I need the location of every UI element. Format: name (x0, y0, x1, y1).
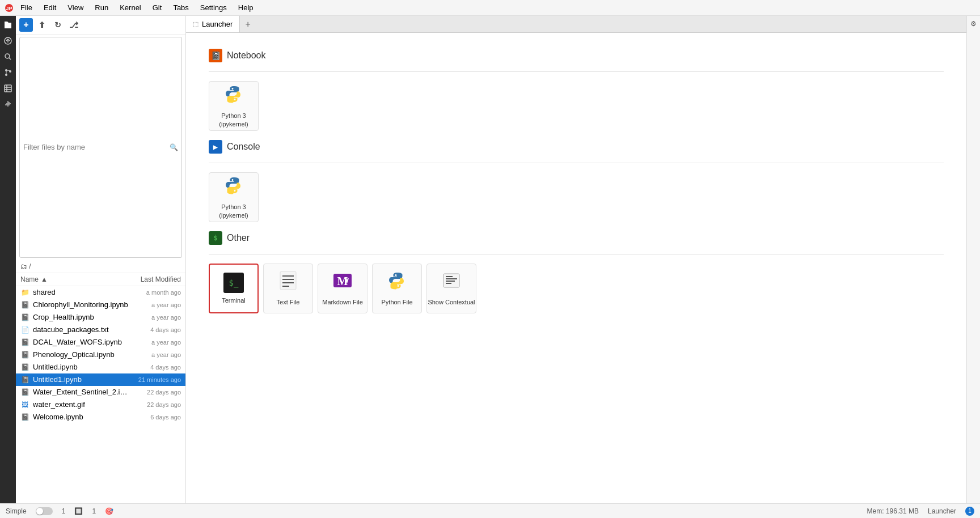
console-section-title: Console (227, 142, 260, 152)
notification-badge[interactable]: 1 (965, 507, 974, 516)
notebook-icon: 📓 (20, 363, 29, 372)
markdown-label: Markdown File (322, 298, 363, 306)
console-grid: Python 3 (ipykernel) (209, 172, 944, 222)
tab-launcher-icon: ⬚ (193, 20, 198, 28)
console-section-icon: ▶ (209, 140, 222, 154)
toggle-thumb (36, 508, 43, 515)
text-file-card[interactable]: Text File (263, 264, 313, 313)
breadcrumb-path: 🗂 / (20, 262, 31, 270)
menu-help[interactable]: Help (234, 2, 258, 13)
text-file-icon (278, 270, 298, 295)
toggle-track[interactable] (36, 507, 53, 515)
menu-settings[interactable]: Settings (196, 2, 231, 13)
file-name: Crop_Health.ipynb (33, 313, 130, 321)
header-name[interactable]: Name ▲ (20, 275, 119, 283)
sidebar-extensions-icon[interactable] (1, 97, 15, 111)
menu-file[interactable]: File (16, 2, 37, 13)
target-icon: 🎯 (105, 507, 113, 515)
menu-tabs[interactable]: Tabs (168, 2, 193, 13)
notebook-icon: 📓 (20, 350, 29, 359)
console-python3-card[interactable]: Python 3 (ipykernel) (209, 172, 259, 222)
svg-rect-18 (446, 281, 455, 282)
folder-icon: 📁 (20, 288, 29, 297)
menu-kernel[interactable]: Kernel (115, 2, 146, 13)
breadcrumb: 🗂 / (16, 260, 185, 273)
upload-button[interactable]: ⬆ (35, 18, 49, 32)
file-date: 22 days ago (130, 401, 181, 408)
new-file-button[interactable]: + (19, 18, 33, 32)
notebook-divider (209, 71, 944, 72)
file-item-dcal[interactable]: 📓 DCAL_Water_WOFS.ipynb a year ago (16, 336, 185, 349)
file-date: a year ago (130, 339, 181, 346)
tab-bar: ⬚ Launcher + (186, 16, 966, 33)
file-item-shared[interactable]: 📁 shared a month ago (16, 286, 185, 299)
python-file-card[interactable]: Python File (372, 264, 422, 313)
content-area: ⬚ Launcher + 📓 Notebook (186, 16, 966, 503)
show-contextual-card[interactable]: Show Contextual (426, 264, 476, 313)
sidebar-upload-icon[interactable] (1, 34, 15, 48)
file-name: DCAL_Water_WOFS.ipynb (33, 338, 130, 346)
mode-label: Simple (6, 507, 27, 515)
python-notebook-icon (223, 84, 244, 108)
notebook-icon: 📓 (20, 413, 29, 422)
git-button[interactable]: ⎇ (67, 18, 81, 32)
menu-view[interactable]: View (63, 2, 88, 13)
python-file-label: Python File (381, 298, 412, 306)
file-date: a month ago (130, 289, 181, 296)
mode-toggle[interactable] (36, 507, 53, 515)
file-item-welcome[interactable]: 📓 Welcome.ipynb 6 days ago (16, 411, 185, 423)
file-date: a year ago (130, 302, 181, 308)
search-box[interactable]: 🔍 (19, 37, 182, 258)
menu-run[interactable]: Run (90, 2, 113, 13)
markdown-card[interactable]: M Markdown File (318, 264, 368, 313)
header-modified[interactable]: Last Modified (119, 275, 181, 283)
tab-launcher-label: Launcher (202, 20, 233, 28)
sidebar-table-icon[interactable] (1, 82, 15, 95)
file-item-crop[interactable]: 📓 Crop_Health.ipynb a year ago (16, 311, 185, 324)
notebook-python3-card[interactable]: Python 3 (ipykernel) (209, 81, 259, 131)
tab-launcher[interactable]: ⬚ Launcher (186, 16, 240, 32)
file-item-datacube[interactable]: 📄 datacube_packages.txt 4 days ago (16, 324, 185, 336)
search-input[interactable] (23, 143, 170, 151)
statusbar: Simple 1 🔲 1 🎯 Mem: 196.31 MB Launcher 1 (0, 503, 980, 518)
file-item-phenology[interactable]: 📓 Phenology_Optical.ipynb a year ago (16, 349, 185, 361)
other-section-header: $ Other (209, 231, 944, 245)
notebook-section-icon: 📓 (209, 49, 222, 62)
sidebar-git-icon[interactable] (1, 66, 15, 79)
menubar: JP File Edit View Run Kernel Git Tabs Se… (0, 0, 980, 16)
terminal-card[interactable]: $_ Terminal (209, 264, 259, 313)
file-date: 4 days ago (130, 364, 181, 371)
gif-icon: 🖼 (20, 400, 29, 409)
menu-edit[interactable]: Edit (39, 2, 61, 13)
notebook-grid: Python 3 (ipykernel) (209, 81, 944, 131)
page-number: 1 (62, 507, 66, 515)
python-console-icon (223, 175, 244, 199)
menu-git[interactable]: Git (148, 2, 167, 13)
file-item-water-extent-sentinel[interactable]: 📓 Water_Extent_Sentinel_2.ipy... 22 days… (16, 386, 185, 398)
text-icon: 📄 (20, 325, 29, 334)
markdown-icon: M (332, 270, 353, 295)
file-item-untitled[interactable]: 📓 Untitled.ipynb 4 days ago (16, 361, 185, 373)
notebook-icon: 📓 (20, 388, 29, 397)
text-file-label: Text File (277, 298, 300, 306)
file-date: a year ago (130, 314, 181, 321)
launcher-content: 📓 Notebook Python 3 (ipykernel) (186, 33, 966, 503)
svg-rect-17 (446, 278, 457, 279)
file-item-untitled1[interactable]: 📓 Untitled1.ipynb 21 minutes ago (16, 373, 185, 386)
sidebar-search-icon[interactable] (1, 50, 15, 63)
file-name: datacube_packages.txt (33, 325, 130, 334)
other-section-icon: $ (209, 231, 222, 245)
file-panel: + ⬆ ↻ ⎇ 🔍 🗂 / Name ▲ Last Modified (16, 16, 186, 503)
tab-add-button[interactable]: + (240, 16, 256, 32)
memory-label: Mem: 196.31 MB (867, 507, 919, 515)
sidebar-files-icon[interactable] (1, 18, 15, 32)
file-list: 📁 shared a month ago 📓 Chlorophyll_Monit… (16, 286, 185, 504)
file-date: 21 minutes ago (130, 376, 181, 383)
app-logo: JP (5, 3, 14, 12)
right-sidebar-properties-icon[interactable]: ⚙ (968, 18, 979, 29)
file-name: Welcome.ipynb (33, 413, 130, 421)
file-item-chlorophyll[interactable]: 📓 Chlorophyll_Monitoring.ipynb a year ag… (16, 299, 185, 311)
file-item-water-gif[interactable]: 🖼 water_extent.gif 22 days ago (16, 398, 185, 411)
other-section-title: Other (227, 233, 250, 243)
refresh-button[interactable]: ↻ (51, 18, 65, 32)
